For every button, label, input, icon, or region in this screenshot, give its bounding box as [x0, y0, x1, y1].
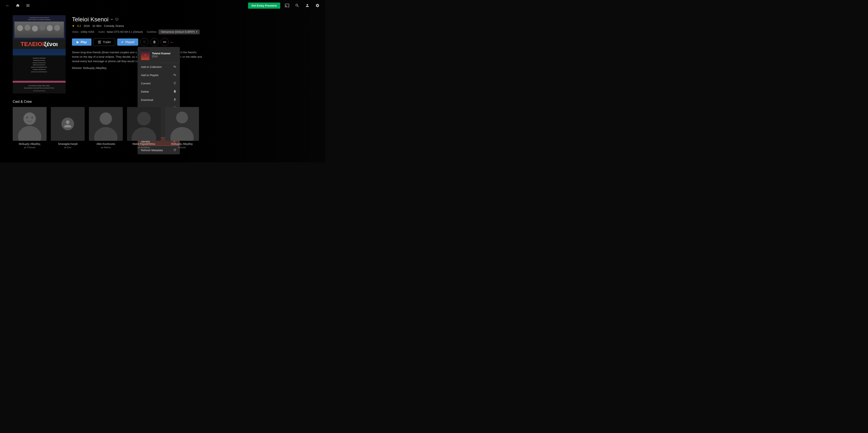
- menu-label-delete: Delete: [141, 90, 149, 93]
- title-row: Teleioi Ksenoi ✏: [72, 16, 312, 23]
- add-playlist-icon: [172, 73, 177, 77]
- poster-footer: ΟΛΟΙ ΜΑΣ ΕΧΟΥΜΕ ΤΡΕΙΣ ΖΩΕΣ: ΜΙΑ ΔΗΜΟΣΙΑ,…: [14, 85, 64, 89]
- cast-role-5: Director: [165, 146, 199, 148]
- main-content: ΟΙ ΔΗΜΙΟΥΡΓΟΙ ΠΑΡΟΥΣΙΑΖΟΥΝΗ ΝΕΑ ΤΑΙΝΙΑ Τ…: [0, 11, 325, 98]
- svg-point-12: [31, 117, 33, 119]
- back-button[interactable]: ←: [4, 2, 11, 9]
- cast-icon[interactable]: [284, 2, 290, 9]
- cast-photo-2[interactable]: [51, 107, 85, 141]
- poster-container: ΟΙ ΔΗΜΙΟΥΡΓΟΙ ΠΑΡΟΥΣΙΑΖΟΥΝΗ ΝΕΑ ΤΑΙΝΙΑ Τ…: [13, 15, 66, 94]
- director-name: Θοδωρής Αθερίδης: [83, 66, 107, 70]
- home-button[interactable]: [14, 2, 21, 9]
- settings-icon[interactable]: [314, 2, 321, 9]
- hamburger-menu-button[interactable]: [25, 2, 31, 9]
- audio-value: Italian DTS-HD MA 5.1 (Default): [107, 30, 143, 33]
- cast-role-1: as Thomas: [13, 146, 46, 148]
- cast-role-2: as Ersi: [51, 146, 85, 148]
- delete-button[interactable]: 🗑: [151, 38, 158, 46]
- cast-placeholder-2: [61, 118, 74, 130]
- menu-header-info: Teleioi Ksenoi 2016: [152, 52, 170, 58]
- poster-cast-list: ΘΟΔΩΡΗΣ ΑΘΕΡΙΔΗΣ ΣΜΑΡΑΓΔΑ ΚΑΡΥΔΗ ΑΛΚΗΣ Κ…: [14, 57, 64, 73]
- check-icon: ✔: [121, 40, 124, 44]
- cast-name-4: Makis Papadimitriou: [127, 142, 161, 145]
- nav-left: ←: [4, 2, 31, 9]
- cast-card-1: Θοδωρής Αθερίδης as Thomas: [13, 107, 46, 148]
- meta-row: ★ 6.2 2016 1h 36m Comedy, Drama: [72, 24, 312, 28]
- svg-point-0: [17, 25, 23, 31]
- cast-role-3: as Alekos: [89, 146, 123, 148]
- svg-point-21: [176, 112, 188, 124]
- svg-point-4: [47, 25, 53, 31]
- film-icon: 🎬: [98, 40, 101, 44]
- cast-photo-3[interactable]: [89, 107, 123, 141]
- cast-grid: Θοδωρής Αθερίδης as Thomas Smaragda Kary…: [13, 107, 312, 148]
- edit-title-icon[interactable]: ✏: [111, 18, 113, 21]
- director-row: Director: Θοδωρής Αθερίδης: [72, 66, 312, 70]
- favorite-button[interactable]: ♡: [140, 38, 148, 46]
- cast-name-2: Smaragda Karydi: [51, 142, 85, 145]
- add-collection-icon: [172, 65, 177, 69]
- svg-point-3: [39, 25, 45, 30]
- play-icon: ▶: [76, 40, 79, 44]
- menu-item-add-collection[interactable]: Add to Collection: [137, 63, 180, 71]
- refresh-icon: [172, 148, 177, 152]
- menu-movie-year: 2016: [152, 55, 170, 58]
- svg-point-2: [32, 26, 38, 32]
- movie-title: Teleioi Ksenoi: [72, 16, 108, 23]
- svg-point-16: [100, 113, 112, 125]
- trash-icon: 🗑: [153, 40, 156, 44]
- poster-top-text: ΟΙ ΔΗΜΙΟΥΡΓΟΙ ΠΑΡΟΥΣΙΑΖΟΥΝΗ ΝΕΑ ΤΑΙΝΙΑ Τ…: [28, 17, 50, 21]
- cast-photo-5[interactable]: [165, 107, 199, 141]
- cast-photo-4[interactable]: [127, 107, 161, 141]
- play-button[interactable]: ▶ Play: [72, 38, 91, 46]
- movie-duration: 1h 36m: [92, 24, 101, 28]
- subtitles-selector[interactable]: Vietnamese (Default SUBRIP) ▾: [158, 30, 200, 34]
- more-options-button[interactable]: •••: [161, 38, 169, 46]
- menu-label-add-collection: Add to Collection: [141, 65, 162, 68]
- star-icon: ★: [72, 24, 75, 28]
- svg-point-11: [26, 117, 28, 119]
- trailer-button[interactable]: 🎬 Trailer: [94, 38, 115, 46]
- menu-movie-title: Teleioi Ksenoi: [152, 52, 170, 55]
- delete-menu-icon: [172, 90, 177, 94]
- svg-rect-6: [116, 18, 118, 20]
- menu-item-convert[interactable]: Convert: [137, 79, 180, 88]
- menu-thumbnail: ΤΕ: [141, 49, 149, 60]
- user-icon[interactable]: [304, 2, 311, 9]
- menu-label-convert: Convert: [141, 82, 151, 85]
- ellipsis-icon: •••: [163, 40, 166, 44]
- get-premiere-button[interactable]: Get Emby Premiere: [248, 3, 280, 9]
- tech-row: Video: 1080p H264 Audio: Italian DTS-HD …: [72, 30, 312, 34]
- menu-item-add-playlist[interactable]: Add to Playlist: [137, 71, 180, 79]
- menu-item-delete[interactable]: Delete: [137, 88, 180, 96]
- audio-label: Audio:: [98, 30, 105, 33]
- nav-right: Get Emby Premiere: [248, 2, 321, 9]
- identify-icon[interactable]: [115, 18, 118, 21]
- menu-label-add-playlist: Add to Playlist: [141, 74, 158, 77]
- cast-card-3: Alkis Kourkoulos as Alekos: [89, 107, 123, 148]
- played-button[interactable]: ✔ Played: [117, 38, 138, 46]
- movie-year: 2016: [84, 24, 90, 28]
- svg-point-10: [24, 113, 36, 125]
- cast-photo-1[interactable]: [13, 107, 46, 141]
- action-row: ▶ Play 🎬 Trailer ✔ Played ♡ 🗑 ••• ←: [72, 38, 312, 46]
- search-icon[interactable]: [294, 2, 301, 9]
- video-value: 1080p H264: [81, 30, 94, 33]
- cast-card-5: Θοδωρής Αθερίδης Director: [165, 107, 199, 148]
- chevron-down-icon: ▾: [196, 30, 197, 33]
- heart-icon: ♡: [143, 40, 146, 44]
- svg-point-1: [25, 25, 30, 31]
- cast-section: Cast & Crew Θοδωρής Αθερίδη: [0, 100, 325, 148]
- subtitles-label: Subtitles:: [147, 30, 157, 33]
- subtitles-value: Vietnamese (Default SUBRIP): [161, 30, 195, 33]
- red-arrow-indicator: ←: [169, 39, 175, 45]
- svg-point-18: [137, 112, 151, 125]
- top-navigation: ← Get Emby Premiere: [0, 0, 325, 11]
- cast-role-4: as Achilleas: [127, 146, 161, 148]
- cast-name-3: Alkis Kourkoulos: [89, 142, 123, 145]
- poster-title: ΤΕΛΕΙΟΙξένοι: [14, 41, 64, 47]
- cast-name-5: Θοδωρής Αθερίδης: [165, 142, 199, 145]
- cast-card-2: Smaragda Karydi as Ersi: [51, 107, 85, 148]
- menu-header: ΤΕ Teleioi Ksenoi 2016: [137, 47, 180, 63]
- svg-point-5: [54, 25, 60, 31]
